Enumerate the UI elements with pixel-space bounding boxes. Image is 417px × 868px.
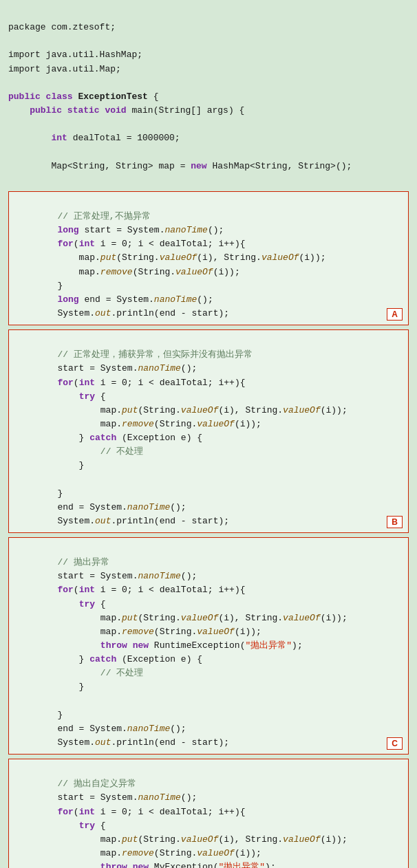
block-b-start: start = System.nanoTime(); — [14, 363, 197, 373]
block-b-print: System.out.println(end - start); — [14, 516, 229, 526]
block-c-try: try { — [14, 599, 106, 609]
map-decl: Map<String, String> map = new HashMap<St… — [8, 161, 352, 171]
block-c-print: System.out.println(end - start); — [14, 737, 229, 748]
block-b: // 正常处理，捕获异常，但实际并没有抛出异常 start = System.n… — [8, 329, 409, 533]
block-a-close-brace: } — [14, 281, 63, 291]
class-decl: public class ExceptionTest { — [8, 91, 158, 102]
block-c-remove: map.remove(String.valueOf(i)); — [14, 627, 261, 637]
main-decl: public static void main(String[] args) { — [8, 105, 244, 116]
block-d-put: map.put(String.valueOf(i), String.valueO… — [14, 834, 348, 845]
import-1: import java.util.HashMap; — [8, 50, 142, 60]
block-b-catch: } catch (Exception e) { — [14, 433, 202, 443]
block-a: // 正常处理,不抛异常 long start = System.nanoTim… — [8, 191, 409, 325]
block-d-throw: throw new MyException("抛出异常"); — [14, 862, 276, 868]
block-a-end: long end = System.nanoTime(); — [14, 294, 213, 305]
block-d-try: try { — [14, 821, 106, 831]
block-c-comment: // 抛出异常 — [14, 557, 109, 567]
block-a-remove: map.remove(String.valueOf(i)); — [14, 267, 240, 277]
block-c-close-try: } — [14, 682, 84, 692]
block-d: // 抛出自定义异常 start = System.nanoTime(); fo… — [8, 759, 409, 868]
block-a-put: map.put(String.valueOf(i), String.valueO… — [14, 252, 326, 263]
block-c-catch: } catch (Exception e) { — [14, 654, 202, 664]
block-c-label: C — [387, 737, 403, 750]
block-c-close-for: } — [14, 710, 63, 720]
block-b-comment: // 正常处理，捕获异常，但实际并没有抛出异常 — [14, 349, 253, 360]
package-line: package com.ztesoft; — [8, 22, 116, 32]
block-a-for: for(int i = 0; i < dealTotal; i++){ — [14, 239, 245, 249]
block-c-throw: throw new RuntimeException("抛出异常"); — [14, 640, 303, 651]
block-c-end: end = System.nanoTime(); — [14, 724, 186, 734]
block-a-comment: // 正常处理,不抛异常 — [14, 211, 151, 221]
block-a-label: A — [387, 308, 403, 321]
block-a-line1: long start = System.nanoTime(); — [14, 225, 224, 235]
block-a-print: System.out.println(end - start); — [14, 308, 229, 318]
block-b-label: B — [387, 516, 403, 528]
block-c-nohandle: // 不处理 — [14, 668, 143, 678]
block-b-try: try { — [14, 391, 106, 402]
import-2: import java.util.Map; — [8, 64, 121, 74]
block-b-end: end = System.nanoTime(); — [14, 502, 186, 512]
block-d-for: for(int i = 0; i < dealTotal; i++){ — [14, 807, 245, 817]
block-b-close-for: } — [14, 488, 63, 499]
block-b-put: map.put(String.valueOf(i), String.valueO… — [14, 405, 348, 415]
block-b-nohandle: // 不处理 — [14, 446, 143, 457]
block-c-start: start = System.nanoTime(); — [14, 571, 197, 581]
deal-total: int dealTotal = 1000000; — [8, 133, 180, 143]
block-d-comment: // 抛出自定义异常 — [14, 779, 136, 789]
block-c-for: for(int i = 0; i < dealTotal; i++){ — [14, 585, 245, 595]
block-b-close-try: } — [14, 460, 84, 470]
code-editor: package com.ztesoft; import java.util.Ha… — [8, 7, 409, 187]
block-d-remove: map.remove(String.valueOf(i)); — [14, 848, 261, 858]
block-b-for: for(int i = 0; i < dealTotal; i++){ — [14, 378, 245, 388]
block-b-remove: map.remove(String.valueOf(i)); — [14, 419, 261, 429]
block-c: // 抛出异常 start = System.nanoTime(); for(i… — [8, 537, 409, 755]
block-d-start: start = System.nanoTime(); — [14, 792, 197, 803]
block-c-put: map.put(String.valueOf(i), String.valueO… — [14, 613, 348, 623]
